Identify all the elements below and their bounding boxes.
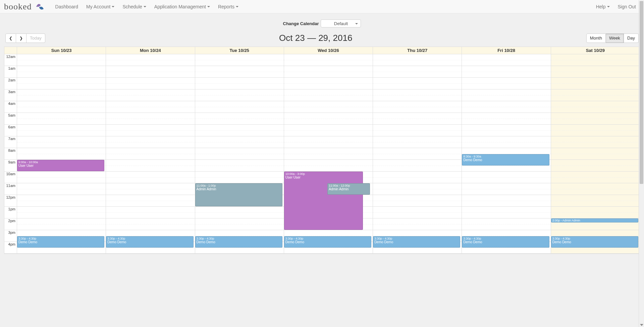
hour-cell[interactable] bbox=[17, 195, 106, 207]
day-column[interactable]: 3:30p - 4:30pDemo Demo bbox=[106, 54, 195, 254]
day-column[interactable]: 10:00a - 3:00pUser User11:00a - 12:00pAd… bbox=[284, 54, 373, 254]
nav-help[interactable]: Help bbox=[592, 0, 614, 13]
hour-cell[interactable] bbox=[106, 89, 195, 101]
hour-cell[interactable] bbox=[462, 125, 550, 136]
hour-cell[interactable] bbox=[551, 195, 640, 207]
calendar-event[interactable]: 3:30p - 4:30pDemo Demo bbox=[17, 236, 104, 248]
hour-cell[interactable] bbox=[551, 66, 640, 78]
hour-cell[interactable] bbox=[551, 160, 640, 172]
hour-cell[interactable] bbox=[17, 101, 106, 113]
calendar-event[interactable]: 9:00a - 10:00aUser User bbox=[17, 160, 104, 171]
day-column[interactable]: 8:30a - 9:30aDemo Demo3:30p - 4:30pDemo … bbox=[462, 54, 551, 254]
hour-cell[interactable] bbox=[106, 54, 195, 66]
prev-button[interactable]: ❮ bbox=[5, 34, 16, 43]
hour-cell[interactable] bbox=[195, 160, 284, 172]
hour-cell[interactable] bbox=[373, 125, 462, 136]
hour-cell[interactable] bbox=[462, 218, 550, 230]
hour-cell[interactable] bbox=[373, 172, 462, 183]
nav-app-mgmt[interactable]: Application Management bbox=[150, 0, 214, 13]
hour-cell[interactable] bbox=[17, 148, 106, 160]
hour-cell[interactable] bbox=[284, 136, 373, 148]
hour-cell[interactable] bbox=[17, 113, 106, 125]
hour-cell[interactable] bbox=[106, 207, 195, 218]
calendar-event[interactable]: 8:30a - 9:30aDemo Demo bbox=[462, 154, 549, 166]
hour-cell[interactable] bbox=[373, 101, 462, 113]
hour-cell[interactable] bbox=[462, 113, 550, 125]
hour-cell[interactable] bbox=[373, 66, 462, 78]
day-header[interactable]: Wed 10/26 bbox=[284, 47, 373, 54]
day-header[interactable]: Thu 10/27 bbox=[373, 47, 462, 54]
hour-cell[interactable] bbox=[284, 101, 373, 113]
hour-cell[interactable] bbox=[106, 113, 195, 125]
day-header[interactable]: Sat 10/29 bbox=[551, 47, 640, 54]
hour-cell[interactable] bbox=[462, 172, 550, 183]
calendar-event[interactable]: 2:00p - Admin Admin bbox=[551, 218, 638, 222]
hour-cell[interactable] bbox=[17, 78, 106, 89]
hour-cell[interactable] bbox=[17, 218, 106, 230]
brand-text[interactable]: booked bbox=[4, 2, 32, 12]
hour-cell[interactable] bbox=[373, 207, 462, 218]
hour-cell[interactable] bbox=[106, 78, 195, 89]
hour-cell[interactable] bbox=[195, 89, 284, 101]
hour-cell[interactable] bbox=[373, 78, 462, 89]
hour-cell[interactable] bbox=[373, 183, 462, 195]
hour-cell[interactable] bbox=[284, 54, 373, 66]
hour-cell[interactable] bbox=[462, 54, 550, 66]
calendar-event[interactable]: 3:30p - 4:30pDemo Demo bbox=[106, 236, 193, 248]
hour-cell[interactable] bbox=[462, 89, 550, 101]
hour-cell[interactable] bbox=[17, 66, 106, 78]
view-week-button[interactable]: Week bbox=[606, 34, 624, 43]
today-button[interactable]: Today bbox=[26, 34, 45, 43]
hour-cell[interactable] bbox=[17, 89, 106, 101]
hour-cell[interactable] bbox=[17, 125, 106, 136]
nav-schedule[interactable]: Schedule bbox=[118, 0, 150, 13]
hour-cell[interactable] bbox=[195, 101, 284, 113]
day-header[interactable]: Fri 10/28 bbox=[462, 47, 551, 54]
hour-cell[interactable] bbox=[106, 172, 195, 183]
hour-cell[interactable] bbox=[551, 207, 640, 218]
hour-cell[interactable] bbox=[195, 78, 284, 89]
hour-cell[interactable] bbox=[284, 148, 373, 160]
hour-cell[interactable] bbox=[106, 101, 195, 113]
calendar-select[interactable]: Default bbox=[321, 19, 361, 27]
hour-cell[interactable] bbox=[106, 195, 195, 207]
hour-cell[interactable] bbox=[462, 136, 550, 148]
hour-cell[interactable] bbox=[17, 183, 106, 195]
hour-cell[interactable] bbox=[462, 101, 550, 113]
hour-cell[interactable] bbox=[195, 207, 284, 218]
day-header[interactable]: Tue 10/25 bbox=[195, 47, 284, 54]
day-column[interactable]: 3:30p - 4:30pDemo Demo bbox=[373, 54, 462, 254]
calendar-event[interactable]: 3:30p - 4:30pDemo Demo bbox=[462, 236, 549, 248]
hour-cell[interactable] bbox=[462, 195, 550, 207]
day-header[interactable]: Mon 10/24 bbox=[106, 47, 195, 54]
hour-cell[interactable] bbox=[106, 66, 195, 78]
hour-cell[interactable] bbox=[462, 183, 550, 195]
hour-cell[interactable] bbox=[106, 218, 195, 230]
day-column[interactable]: 9:00a - 10:00aUser User3:30p - 4:30pDemo… bbox=[17, 54, 106, 254]
view-month-button[interactable]: Month bbox=[586, 34, 606, 43]
hour-cell[interactable] bbox=[373, 54, 462, 66]
hour-cell[interactable] bbox=[195, 113, 284, 125]
calendar-event[interactable]: 3:30p - 4:30pDemo Demo bbox=[195, 236, 282, 248]
hour-cell[interactable] bbox=[195, 148, 284, 160]
nav-signout[interactable]: Sign Out bbox=[614, 0, 640, 13]
calendar-event[interactable]: 11:00a - 1:00pAdmin Admin bbox=[195, 183, 282, 206]
hour-cell[interactable] bbox=[195, 172, 284, 183]
hour-cell[interactable] bbox=[551, 78, 640, 89]
hour-cell[interactable] bbox=[551, 148, 640, 160]
hour-cell[interactable] bbox=[17, 54, 106, 66]
day-column[interactable]: 11:00a - 1:00pAdmin Admin3:30p - 4:30pDe… bbox=[195, 54, 284, 254]
hour-cell[interactable] bbox=[373, 160, 462, 172]
hour-cell[interactable] bbox=[373, 89, 462, 101]
hour-cell[interactable] bbox=[373, 113, 462, 125]
day-column[interactable]: 2:00p - Admin Admin3:30p - 4:30pDemo Dem… bbox=[551, 54, 640, 254]
hour-cell[interactable] bbox=[551, 125, 640, 136]
hour-cell[interactable] bbox=[17, 172, 106, 183]
view-day-button[interactable]: Day bbox=[624, 34, 639, 43]
hour-cell[interactable] bbox=[284, 78, 373, 89]
scrollbar-thumb[interactable] bbox=[640, 1, 643, 184]
hour-cell[interactable] bbox=[106, 160, 195, 172]
hour-cell[interactable] bbox=[462, 66, 550, 78]
hour-cell[interactable] bbox=[551, 113, 640, 125]
hour-cell[interactable] bbox=[551, 54, 640, 66]
